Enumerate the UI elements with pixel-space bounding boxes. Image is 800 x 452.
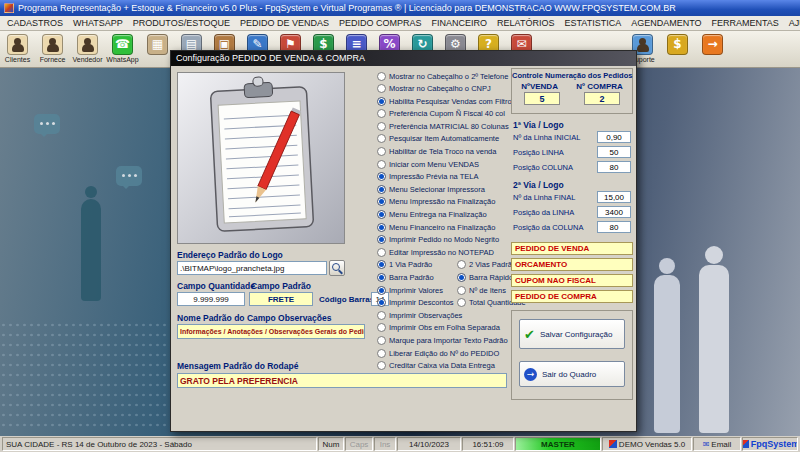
- doc-button-cupom-nao-fiscal[interactable]: CUPOM NAO FISCAL: [511, 274, 633, 287]
- radio-unchecked[interactable]: [377, 349, 386, 358]
- radio-unchecked[interactable]: [377, 336, 386, 345]
- toolbar-button-vendedor[interactable]: Vendedor: [70, 32, 105, 64]
- radio-unchecked[interactable]: [457, 260, 466, 269]
- radio-unchecked[interactable]: [377, 323, 386, 332]
- radio-unchecked[interactable]: [377, 160, 386, 169]
- radio-checked[interactable]: [377, 298, 386, 307]
- observations-input[interactable]: Informações / Anotações / Observações Ge…: [177, 324, 365, 339]
- menu-item-financeiro[interactable]: FINANCEIRO: [427, 16, 493, 31]
- radio-unchecked[interactable]: [377, 248, 386, 257]
- option-marque-para-importar-texto-padr-o[interactable]: Marque para Importar Texto Padrão: [377, 336, 508, 345]
- doc-button-pedido-de-compra[interactable]: PEDIDO DE COMPRA: [511, 290, 633, 303]
- option-habilita-pesquisar-vendas-com-filtro[interactable]: Habilita Pesquisar Vendas com Filtro: [377, 97, 512, 106]
- field-input-posi-o-coluna[interactable]: 80: [597, 161, 631, 173]
- toolbar-button-whatsapp[interactable]: ☎WhatsApp: [105, 32, 140, 64]
- toolbar-button-moedas[interactable]: $: [660, 32, 695, 64]
- option-prefer-ncia-cupom-fiscal-40-col[interactable]: Preferência Cupom Ñ Fiscal 40 col: [377, 109, 505, 118]
- radio-checked[interactable]: [377, 210, 386, 219]
- menu-item-agendamento[interactable]: AGENDAMENTO: [626, 16, 706, 31]
- menu-item-pedido-compras[interactable]: PEDIDO COMPRAS: [334, 16, 427, 31]
- option-liberar-edi-o-do-n-do-pedido[interactable]: Liberar Edição do Nº do PEDIDO: [377, 349, 499, 358]
- option-2-vias-padr-o[interactable]: 2 Vias Padrão: [457, 260, 516, 269]
- radio-unchecked[interactable]: [377, 147, 386, 156]
- option-menu-selecionar-impressora[interactable]: Menu Selecionar Impressora: [377, 185, 485, 194]
- dialog-titlebar[interactable]: Configuração PEDIDO DE VENDA & COMPRA: [171, 51, 636, 66]
- radio-unchecked[interactable]: [457, 286, 466, 295]
- option-imprimir-pedido-no-modo-negrito[interactable]: Imprimir Pedido no Modo Negrito: [377, 235, 499, 244]
- toolbar-button-sair[interactable]: →: [695, 32, 730, 64]
- toolbar-button-clientes[interactable]: Clientes: [0, 32, 35, 64]
- menu-item-relat-rios[interactable]: RELATÓRIOS: [492, 16, 559, 31]
- option-imprimir-obs-em-folha-separada[interactable]: Imprimir Obs em Folha Separada: [377, 323, 500, 332]
- save-config-button[interactable]: ✔ Salvar Configuração: [519, 319, 625, 349]
- menu-item-ferramentas[interactable]: FERRAMENTAS: [706, 16, 783, 31]
- radio-unchecked[interactable]: [457, 298, 466, 307]
- radio-checked[interactable]: [377, 235, 386, 244]
- menu-item-pedido-de-vendas[interactable]: PEDIDO DE VENDAS: [235, 16, 334, 31]
- option-imprimir-valores[interactable]: Imprimir Valores: [377, 286, 457, 295]
- radio-checked[interactable]: [377, 172, 386, 181]
- via2-rows: Nº da Linha FINAL15,00Posição da LINHA34…: [513, 191, 631, 233]
- option-iniciar-com-menu-vendas[interactable]: Iniciar com Menu VENDAS: [377, 160, 479, 169]
- radio-checked[interactable]: [377, 260, 386, 269]
- option-row: Imprimir Pedido no Modo Negrito: [377, 235, 509, 245]
- field-input-posi-o-linha[interactable]: 50: [597, 146, 631, 158]
- option-row: Mostrar no Cabeçalho o CNPJ: [377, 84, 509, 94]
- option-barra-padr-o[interactable]: Barra Padrão: [377, 273, 457, 282]
- option-prefer-ncia-matricial-80-colunas[interactable]: Preferência MATRICIAL 80 Colunas: [377, 122, 509, 131]
- radio-unchecked[interactable]: [377, 134, 386, 143]
- logo-path-input[interactable]: .\BITMAP\logo_prancheta.jpg: [177, 261, 327, 275]
- radio-unchecked[interactable]: [377, 311, 386, 320]
- option-barra-r-pido[interactable]: Barra Rápido: [457, 273, 513, 282]
- doc-button-pedido-de-venda[interactable]: PEDIDO DE VENDA: [511, 242, 633, 255]
- menu-item-whatsapp[interactable]: WHATSAPP: [68, 16, 128, 31]
- option-imprimir-observa-es[interactable]: Imprimir Observações: [377, 311, 462, 320]
- field-input-n-da-linha-inicial[interactable]: 0,90: [597, 131, 631, 143]
- option-impress-o-pr-via-na-tela[interactable]: Impressão Prévia na TELA: [377, 172, 479, 181]
- radio-unchecked[interactable]: [377, 72, 386, 81]
- via1-row: Posição COLUNA80: [513, 161, 631, 173]
- option-n-de-itens[interactable]: Nº de Itens: [457, 286, 506, 295]
- option-habilitar-de-tela-troco-na-venda[interactable]: Habilitar de Tela Troco na venda: [377, 147, 496, 156]
- option-menu-impress-o-na-finaliza-o[interactable]: Menu Impressão na Finalização: [377, 197, 495, 206]
- footer-message-input[interactable]: GRATO PELA PREFERENCIA: [177, 373, 507, 388]
- venda-number-value[interactable]: 5: [524, 92, 560, 105]
- option-imprimir-descontos[interactable]: Imprimir Descontos: [377, 298, 457, 307]
- quantity-field-input[interactable]: 9.999.999: [177, 292, 245, 306]
- menu-item-ajuda[interactable]: AJUDA: [784, 16, 800, 31]
- option-menu-financeiro-na-finaliza-o[interactable]: Menu Financeiro na Finalização: [377, 223, 495, 232]
- exit-dialog-label: Sair do Quadro: [542, 370, 596, 379]
- field-input-posi-o-da-linha[interactable]: 3400: [597, 206, 631, 218]
- option-creditar-caixa-via-data-entrega[interactable]: Creditar Caixa via Data Entrega: [377, 361, 495, 370]
- field-input-posi-o-da-coluna[interactable]: 80: [597, 221, 631, 233]
- default-field-input[interactable]: FRETE: [249, 292, 313, 306]
- radio-checked[interactable]: [377, 197, 386, 206]
- option-mostrar-no-cabe-alho-o-2-telefone[interactable]: Mostrar no Cabeçalho o 2º Telefone: [377, 72, 508, 81]
- radio-checked[interactable]: [377, 185, 386, 194]
- compra-number-value[interactable]: 2: [584, 92, 620, 105]
- radio-unchecked[interactable]: [377, 122, 386, 131]
- menu-item-estatistica[interactable]: ESTATISTICA: [559, 16, 626, 31]
- option-1-via-padr-o[interactable]: 1 Via Padrão: [377, 260, 457, 269]
- option-mostrar-no-cabe-alho-o-cnpj[interactable]: Mostrar no Cabeçalho o CNPJ: [377, 84, 491, 93]
- radio-unchecked[interactable]: [377, 109, 386, 118]
- field-input-n-da-linha-final[interactable]: 15,00: [597, 191, 631, 203]
- option-menu-entrega-na-finaliza-o[interactable]: Menu Entrega na Finalização: [377, 210, 487, 219]
- option-pesquisar-item-automaticamente[interactable]: Pesquisar Item Automaticamente: [377, 134, 499, 143]
- radio-checked[interactable]: [457, 273, 466, 282]
- menu-item-produtos-estoque[interactable]: PRODUTOS/ESTOQUE: [128, 16, 235, 31]
- radio-checked[interactable]: [377, 273, 386, 282]
- option-label: Imprimir Descontos: [389, 298, 454, 307]
- exit-dialog-button[interactable]: → Sair do Quadro: [519, 361, 625, 387]
- browse-logo-button[interactable]: [329, 260, 345, 276]
- radio-checked[interactable]: [377, 223, 386, 232]
- doc-button-orcamento[interactable]: ORCAMENTO: [511, 258, 633, 271]
- radio-checked[interactable]: [377, 97, 386, 106]
- menu-item-cadastros[interactable]: CADASTROS: [2, 16, 68, 31]
- toolbar-button-fornecedor[interactable]: Fornece: [35, 32, 70, 64]
- dotted-pattern: [0, 320, 170, 432]
- option-editar-impress-o-no-notepad[interactable]: Editar Impressão no NOTEPAD: [377, 248, 494, 257]
- radio-checked[interactable]: [377, 286, 386, 295]
- radio-unchecked[interactable]: [377, 84, 386, 93]
- radio-unchecked[interactable]: [377, 361, 386, 370]
